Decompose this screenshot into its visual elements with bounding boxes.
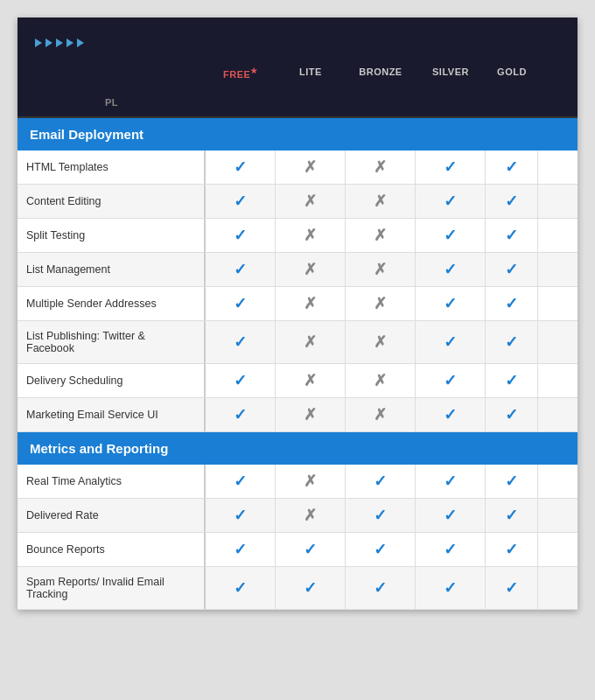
arrows-decoration <box>35 38 560 47</box>
cross-icon <box>374 294 387 313</box>
row-label: List Publishing: Twitter & Facebook <box>18 321 206 363</box>
cross-icon <box>304 506 317 525</box>
cell-bronze <box>346 219 416 252</box>
cell-silver <box>416 533 486 566</box>
cross-icon <box>304 260 317 279</box>
cell-silver <box>416 321 486 363</box>
table-row: Bounce Reports <box>18 533 578 567</box>
check-icon <box>444 332 457 352</box>
cell-plus <box>486 364 538 397</box>
table-body: Email DeploymentHTML TemplatesContent Ed… <box>18 118 578 610</box>
cell-lite <box>276 287 346 320</box>
cell-bronze <box>346 465 416 498</box>
check-icon <box>505 158 518 177</box>
cell-free <box>206 364 276 397</box>
check-icon <box>234 472 247 491</box>
check-icon <box>234 332 247 352</box>
check-icon <box>505 578 518 598</box>
cell-free <box>206 567 276 609</box>
section-title-1: Metrics and Reporting <box>18 432 538 465</box>
table-row: Spam Reports/ Invalid Email Tracking <box>18 567 578 610</box>
check-icon <box>234 506 247 525</box>
cell-silver <box>416 364 486 397</box>
check-icon <box>234 192 247 211</box>
cross-icon <box>304 405 317 424</box>
cell-free <box>206 465 276 498</box>
cross-icon <box>304 332 317 352</box>
arrow-icon-3 <box>56 38 63 47</box>
check-icon <box>444 260 457 279</box>
cross-icon <box>304 371 317 390</box>
check-icon <box>304 540 317 559</box>
cross-icon <box>374 405 387 424</box>
cell-plus <box>486 150 538 184</box>
row-label: List Management <box>18 253 206 286</box>
cell-bronze <box>346 253 416 286</box>
table-row: Delivered Rate <box>18 499 578 533</box>
cell-bronze <box>346 287 416 320</box>
cell-plus <box>486 185 538 218</box>
row-label: HTML Templates <box>18 150 206 184</box>
cell-silver <box>416 465 486 498</box>
column-headers: FREE★ LITE BRONZE SILVER GOLD PL <box>18 58 578 118</box>
row-label: Content Editing <box>18 185 206 218</box>
cell-silver <box>416 253 486 286</box>
cell-lite <box>276 150 346 184</box>
col-header-free: FREE★ <box>206 58 276 88</box>
cell-free <box>206 219 276 252</box>
check-icon <box>304 578 317 598</box>
check-icon <box>234 540 247 559</box>
table-row: Real Time Analytics <box>18 465 578 499</box>
col-header-lite: LITE <box>276 58 346 88</box>
row-label: Delivered Rate <box>18 499 206 532</box>
cross-icon <box>374 332 387 352</box>
col-header-bronze: BRONZE <box>346 58 416 88</box>
cell-bronze <box>346 150 416 184</box>
cross-icon <box>304 158 317 177</box>
check-icon <box>444 192 457 211</box>
cell-silver <box>416 185 486 218</box>
check-icon <box>444 540 457 559</box>
cross-icon <box>304 226 317 245</box>
arrow-icon-1 <box>35 38 42 47</box>
cell-free <box>206 185 276 218</box>
table-row: Multiple Sender Addresses <box>18 287 578 321</box>
cell-silver <box>416 499 486 532</box>
check-icon <box>444 371 457 390</box>
cross-icon <box>374 226 387 245</box>
check-icon <box>444 226 457 245</box>
check-icon <box>505 260 518 279</box>
cell-lite <box>276 398 346 431</box>
check-icon <box>444 506 457 525</box>
check-icon <box>505 405 518 424</box>
check-icon <box>505 540 518 559</box>
check-icon <box>234 260 247 279</box>
row-label: Spam Reports/ Invalid Email Tracking <box>18 567 206 609</box>
cell-lite <box>276 185 346 218</box>
check-icon <box>444 158 457 177</box>
cell-plus <box>486 499 538 532</box>
cell-bronze <box>346 185 416 218</box>
row-label: Multiple Sender Addresses <box>18 287 206 320</box>
col-header-gold: GOLD <box>486 58 538 88</box>
table-row: HTML Templates <box>18 150 578 185</box>
row-label: Split Testing <box>18 219 206 252</box>
check-icon <box>374 506 387 525</box>
header <box>18 18 578 58</box>
cell-silver <box>416 219 486 252</box>
cell-silver <box>416 398 486 431</box>
check-icon <box>444 405 457 424</box>
table-row: List Publishing: Twitter & Facebook <box>18 321 578 364</box>
table-row: Marketing Email Service UI <box>18 398 578 432</box>
table-row: Content Editing <box>18 185 578 219</box>
row-label: Marketing Email Service UI <box>18 398 206 431</box>
cell-lite <box>276 499 346 532</box>
cell-plus <box>486 465 538 498</box>
cell-plus <box>486 253 538 286</box>
check-icon <box>234 371 247 390</box>
cell-free <box>206 253 276 286</box>
comparison-card: FREE★ LITE BRONZE SILVER GOLD PL Email D… <box>18 18 578 610</box>
cross-icon <box>374 158 387 177</box>
section-title-row-0: Email Deployment <box>18 118 578 150</box>
cell-plus <box>486 321 538 363</box>
